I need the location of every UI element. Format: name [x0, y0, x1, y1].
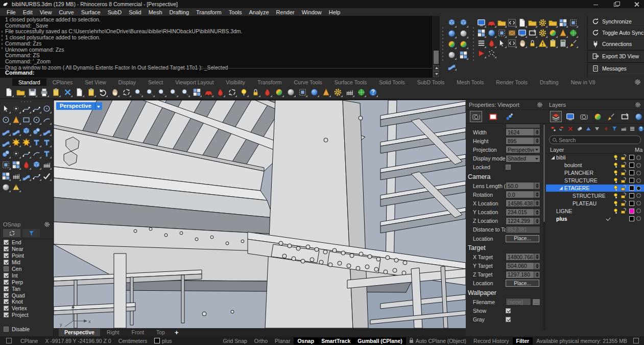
z-target-input[interactable]: 1297.180 — [506, 271, 540, 279]
toolbar-icon[interactable] — [251, 87, 260, 97]
side-button[interactable]: Synchronize — [588, 16, 644, 27]
toolbar-icon[interactable] — [157, 87, 166, 97]
layer-material-circle[interactable] — [636, 178, 641, 183]
toolbar-icon[interactable] — [169, 87, 178, 97]
layer-material-circle[interactable] — [636, 186, 641, 191]
toolbar-icon[interactable] — [51, 87, 61, 97]
toolbar-icon[interactable] — [507, 38, 517, 48]
tool-button[interactable] — [42, 137, 52, 147]
tool-button[interactable] — [1, 160, 11, 170]
osnap-checkbox[interactable] — [4, 312, 9, 317]
toolbar-icon[interactable] — [538, 28, 547, 38]
menu-item[interactable]: File — [3, 9, 19, 15]
side-button[interactable]: Messages — [588, 62, 644, 74]
gray-checkbox[interactable] — [506, 317, 511, 322]
toolbar-icon[interactable] — [4, 87, 14, 97]
osnap-option[interactable]: Int — [0, 272, 53, 279]
menu-item[interactable]: Drafting — [166, 9, 193, 15]
expand-triangle-icon[interactable] — [559, 187, 563, 190]
toolbar-icon[interactable] — [180, 87, 190, 97]
osnap-option[interactable]: Vertex — [0, 305, 53, 312]
layer-visibility-bulb-icon[interactable] — [612, 200, 620, 206]
panel-tab-icon[interactable] — [606, 111, 616, 122]
layer-material-circle[interactable] — [636, 201, 641, 205]
tool-button[interactable] — [1, 115, 11, 125]
height-input[interactable]: 895 — [506, 137, 540, 145]
browse-button[interactable]: ... — [532, 298, 540, 306]
toolbar-icon[interactable] — [459, 29, 468, 38]
current-layer-check[interactable] — [605, 177, 612, 183]
minimize-button[interactable] — [593, 2, 599, 7]
toolbar-icon[interactable] — [497, 28, 507, 38]
layer-lock-icon[interactable] — [620, 200, 628, 206]
tool-button[interactable] — [32, 171, 41, 181]
toolbar-icon[interactable] — [476, 49, 486, 58]
tool-button[interactable] — [11, 149, 21, 158]
toolbar-tab[interactable]: SubD Tools — [411, 78, 451, 86]
menu-item[interactable]: Surface — [78, 9, 104, 15]
layers-tool-icon[interactable] — [585, 125, 591, 132]
toolbar-icon[interactable] — [476, 38, 486, 48]
layers-tool-icon[interactable] — [594, 125, 600, 132]
status-toggle[interactable]: Filter — [513, 337, 533, 344]
toolbar-icon[interactable] — [110, 87, 120, 97]
toolbar-icon[interactable] — [192, 87, 202, 97]
toolbar-icon[interactable] — [568, 38, 578, 48]
tool-button[interactable] — [11, 115, 21, 125]
toolbar-icon[interactable] — [459, 39, 468, 49]
properties-tab-viewport[interactable] — [470, 111, 482, 122]
menu-item[interactable]: Solid — [125, 9, 145, 15]
expand-triangle-icon[interactable] — [551, 156, 555, 159]
current-layer-check[interactable] — [605, 162, 612, 168]
tool-button[interactable] — [42, 104, 52, 113]
current-layer-check[interactable] — [605, 185, 612, 191]
command-prompt[interactable]: Command: — [5, 70, 34, 76]
osnap-disable-checkbox[interactable] — [4, 327, 9, 332]
viewport-canvas[interactable]: y x — [54, 100, 466, 328]
panel-tab-icon[interactable] — [565, 111, 576, 122]
tool-button[interactable] — [42, 160, 52, 170]
viewport-perspective[interactable]: Perspective — [54, 100, 466, 328]
layers-column-header[interactable]: Layer Ma — [546, 146, 644, 154]
gear-icon[interactable] — [44, 221, 50, 227]
camera-place-button[interactable]: Place... — [506, 235, 539, 242]
osnap-tab-filter[interactable] — [22, 229, 40, 237]
osnap-checkbox[interactable] — [4, 240, 9, 245]
toolbar-icon[interactable] — [548, 18, 558, 28]
tool-button[interactable] — [11, 182, 21, 192]
panel-tab-icon[interactable] — [579, 111, 589, 122]
osnap-disable-option[interactable]: Disable — [0, 326, 53, 333]
gear-icon[interactable] — [537, 102, 543, 108]
layer-visibility-bulb-icon[interactable] — [612, 170, 620, 176]
toolbar-icon[interactable] — [39, 87, 49, 97]
side-button[interactable]: Toggle Auto Sync — [588, 27, 644, 38]
toolbar-icon[interactable] — [368, 87, 378, 97]
layer-visibility-bulb-icon[interactable] — [612, 177, 620, 183]
toolbar-icon[interactable] — [528, 38, 537, 48]
x-location-input[interactable]: 14586.438 — [506, 199, 540, 207]
add-viewport-tab-button[interactable]: + — [172, 329, 182, 336]
toolbar-icon[interactable] — [517, 18, 527, 28]
toolbar-icon[interactable] — [459, 50, 468, 60]
current-layer-check[interactable] — [605, 200, 612, 206]
y-location-input[interactable]: 234.015 — [506, 209, 540, 216]
layers-tool-icon[interactable] — [621, 125, 627, 132]
target-place-button[interactable]: Place... — [506, 280, 539, 287]
current-layer-check[interactable] — [605, 208, 612, 214]
toolbar-icon[interactable] — [487, 38, 496, 48]
osnap-checkbox[interactable] — [4, 299, 9, 304]
layer-row[interactable]: ETAGERE — [546, 185, 644, 192]
toolbar-icon[interactable] — [487, 49, 496, 58]
layer-visibility-bulb-icon[interactable] — [612, 162, 620, 168]
layer-name[interactable]: plus — [556, 216, 605, 222]
toolbar-tab[interactable]: Render Tools — [490, 78, 534, 86]
layer-name[interactable]: bibli — [556, 154, 605, 160]
layers-tool-icon[interactable] — [638, 125, 644, 132]
viewport-tab[interactable]: Perspective — [59, 329, 100, 336]
status-item[interactable]: CPlane — [17, 337, 41, 344]
layer-row[interactable]: STRUCTURE — [546, 177, 644, 185]
layer-row[interactable]: bibli — [546, 154, 644, 162]
toolbar-icon[interactable] — [345, 87, 354, 97]
show-checkbox[interactable] — [506, 308, 511, 313]
panel-tab-icon[interactable] — [550, 111, 562, 122]
